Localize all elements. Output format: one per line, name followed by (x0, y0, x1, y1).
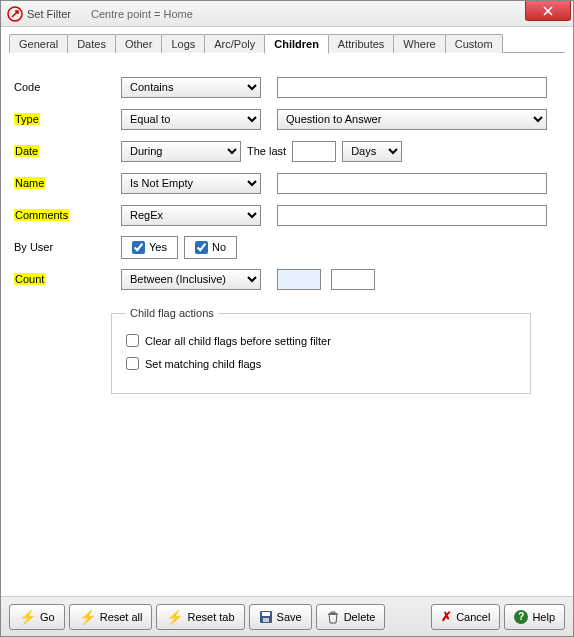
window-title: Set Filter (27, 8, 71, 20)
byuser-yes-check[interactable]: Yes (121, 236, 178, 259)
delete-button[interactable]: Delete (316, 604, 386, 630)
tab-other[interactable]: Other (115, 34, 163, 53)
name-op-select[interactable]: Is Not Empty (121, 173, 261, 194)
cancel-icon: ✗ (441, 609, 452, 624)
tab-logs[interactable]: Logs (161, 34, 205, 53)
tab-attributes[interactable]: Attributes (328, 34, 394, 53)
label-byuser: By User (11, 241, 121, 253)
title-bar: Set Filter Centre point = Home (1, 1, 573, 27)
label-date: Date (11, 145, 121, 157)
tab-where[interactable]: Where (393, 34, 445, 53)
byuser-no-checkbox[interactable] (195, 241, 208, 254)
row-code: Code Contains (11, 71, 563, 103)
help-icon: ? (514, 610, 528, 624)
row-count: Count Between (Inclusive) (11, 263, 563, 295)
window-subtitle: Centre point = Home (91, 8, 193, 20)
save-icon (259, 610, 273, 624)
close-icon (543, 6, 553, 16)
row-comments: Comments RegEx (11, 199, 563, 231)
comments-value-input[interactable] (277, 205, 547, 226)
flag-clear-checkbox[interactable] (126, 334, 139, 347)
tab-arcpoly[interactable]: Arc/Poly (204, 34, 265, 53)
svg-rect-2 (262, 612, 270, 616)
bolt-icon: ⚡ (19, 609, 36, 625)
code-op-select[interactable]: Contains (121, 77, 261, 98)
byuser-no-check[interactable]: No (184, 236, 237, 259)
child-flag-fieldset: Child flag actions Clear all child flags… (111, 307, 531, 394)
label-count: Count (11, 273, 121, 285)
row-name: Name Is Not Empty (11, 167, 563, 199)
bolt-icon: ⚡ (79, 609, 96, 625)
save-button[interactable]: Save (249, 604, 312, 630)
flag-set-row: Set matching child flags (126, 352, 516, 375)
footer-toolbar: ⚡ Go ⚡ Reset all ⚡ Reset tab Save Delete… (1, 596, 573, 636)
tab-dates[interactable]: Dates (67, 34, 116, 53)
count-to-input[interactable] (331, 269, 375, 290)
tab-strip: General Dates Other Logs Arc/Poly Childr… (1, 27, 573, 52)
close-button[interactable] (525, 1, 571, 21)
date-unit-select[interactable]: Days (342, 141, 402, 162)
tab-general[interactable]: General (9, 34, 68, 53)
bolt-icon: ⚡ (166, 609, 183, 625)
count-op-select[interactable]: Between (Inclusive) (121, 269, 261, 290)
date-num-input[interactable] (292, 141, 336, 162)
trash-icon (326, 610, 340, 624)
flag-clear-label: Clear all child flags before setting fil… (145, 335, 331, 347)
byuser-yes-checkbox[interactable] (132, 241, 145, 254)
child-flag-legend: Child flag actions (126, 307, 218, 319)
code-value-input[interactable] (277, 77, 547, 98)
help-button[interactable]: ? Help (504, 604, 565, 630)
count-from-input[interactable] (277, 269, 321, 290)
reset-all-button[interactable]: ⚡ Reset all (69, 604, 153, 630)
row-type: Type Equal to Question to Answer (11, 103, 563, 135)
flag-set-label: Set matching child flags (145, 358, 261, 370)
type-op-select[interactable]: Equal to (121, 109, 261, 130)
name-value-input[interactable] (277, 173, 547, 194)
label-name: Name (11, 177, 121, 189)
row-byuser: By User Yes No (11, 231, 563, 263)
row-date: Date During The last Days (11, 135, 563, 167)
app-icon (7, 6, 23, 22)
svg-rect-3 (263, 618, 269, 622)
reset-tab-button[interactable]: ⚡ Reset tab (156, 604, 244, 630)
type-value-select[interactable]: Question to Answer (277, 109, 547, 130)
tab-custom[interactable]: Custom (445, 34, 503, 53)
flag-clear-row: Clear all child flags before setting fil… (126, 329, 516, 352)
flag-set-checkbox[interactable] (126, 357, 139, 370)
go-button[interactable]: ⚡ Go (9, 604, 65, 630)
label-comments: Comments (11, 209, 121, 221)
date-thelast-label: The last (247, 145, 286, 157)
date-op-select[interactable]: During (121, 141, 241, 162)
filter-form: Code Contains Type Equal to Question to … (1, 53, 573, 412)
comments-op-select[interactable]: RegEx (121, 205, 261, 226)
tab-children[interactable]: Children (264, 34, 329, 54)
cancel-button[interactable]: ✗ Cancel (431, 604, 500, 630)
label-type: Type (11, 113, 121, 125)
label-code: Code (11, 81, 121, 93)
